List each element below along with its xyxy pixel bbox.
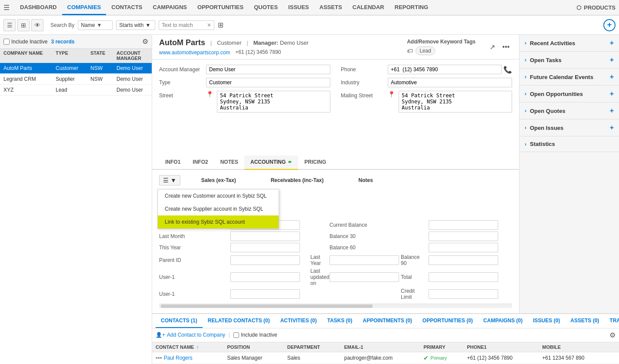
tab-pricing[interactable]: PRICING <box>298 156 332 170</box>
nav-contacts[interactable]: CONTACTS <box>106 0 147 15</box>
bottom-tab-contacts[interactable]: CONTACTS (1) <box>156 314 203 328</box>
include-inactive-input[interactable] <box>3 39 10 45</box>
bottom-tab-activities[interactable]: ACTIVITIES (0) <box>275 314 322 328</box>
nav-opportunities[interactable]: OPPORTUNITIES <box>192 0 249 15</box>
horizontal-scrollbar[interactable] <box>159 304 512 308</box>
tab-info2[interactable]: INFO2 <box>186 156 214 170</box>
street-input[interactable]: 54 Patrick Street Sydney, NSW 2135 Austr… <box>217 91 330 113</box>
sidebar-open-tasks[interactable]: › Open Tasks + <box>519 52 619 69</box>
company-list: AutoM Parts Customer NSW Demo User Legra… <box>0 63 152 364</box>
include-inactive-checkbox[interactable]: Include Inactive <box>3 39 47 45</box>
products-button[interactable]: ⬡ PRODUCTS <box>576 4 616 11</box>
nav-companies[interactable]: COMPANIES <box>62 0 106 15</box>
sidebar-open-quotes[interactable]: › Open Quotes + <box>519 103 619 119</box>
bottom-tab-tasks[interactable]: TASKS (0) <box>322 314 358 328</box>
company-row[interactable]: XYZ Lead Demo User <box>0 85 152 96</box>
sort-icon[interactable]: ↑ <box>196 344 199 350</box>
nav-issues[interactable]: ISSUES <box>283 0 314 15</box>
bottom-tab-opportunities[interactable]: OPPORTUNITIES (0) <box>417 314 478 328</box>
sidebar-recent-activities[interactable]: › Recent Activities + <box>519 35 619 52</box>
total-input[interactable] <box>429 272 498 282</box>
sidebar-open-opportunities[interactable]: › Open Opportunities + <box>519 86 619 103</box>
bottom-toolbar: 👤+ Add Contact to Company | Include Inac… <box>152 328 619 342</box>
include-inactive-bottom-input[interactable] <box>233 332 239 338</box>
add-open-tasks-icon[interactable]: + <box>610 56 614 64</box>
link-sybiz-account-item[interactable]: Link to existing Sybiz SQL account <box>158 215 279 228</box>
create-customer-account-item[interactable]: Create new Customer account in Sybiz SQL <box>158 189 279 202</box>
sales-this-year-input[interactable] <box>230 243 300 252</box>
accounting-menu-button[interactable]: ☰ ▼ <box>159 175 180 185</box>
create-supplier-account-item[interactable]: Create new Supplier account in Sybiz SQL <box>158 202 279 215</box>
balance-60-input[interactable] <box>429 243 498 252</box>
open-external-button[interactable]: ↗ <box>486 41 498 53</box>
clear-button[interactable]: ✕ <box>207 22 211 28</box>
sidebar-open-issues[interactable]: › Open Issues + <box>519 119 619 136</box>
sales-last-month-input[interactable] <box>230 232 300 241</box>
phone-input[interactable] <box>388 65 502 74</box>
filter-icon[interactable]: ⊞ <box>218 21 223 29</box>
sidebar-future-calendar[interactable]: › Future Calendar Events + <box>519 69 619 86</box>
main-layout: Include Inactive 3 records ⚙ COMPANY NAM… <box>0 35 619 364</box>
condition-arrow: ▼ <box>145 22 150 28</box>
bottom-tab-issues[interactable]: ISSUES (0) <box>528 314 565 328</box>
street-location-icon[interactable]: 📍 <box>206 91 213 98</box>
balance-90-input[interactable] <box>429 255 498 265</box>
contact-name-link[interactable]: Paul Rogers <box>164 355 193 361</box>
eye-icon[interactable]: 👁 <box>31 19 43 31</box>
last-year-input[interactable] <box>329 255 399 265</box>
nav-dashboard[interactable]: DASHBOARD <box>15 0 62 15</box>
bottom-tab-appointments[interactable]: APPOINTMENTS (0) <box>357 314 417 328</box>
nav-calendar[interactable]: CALENDAR <box>347 0 389 15</box>
sidebar-item-label: Open Issues <box>530 125 563 131</box>
company-row[interactable]: AutoM Parts Customer NSW Demo User <box>0 63 152 74</box>
search-condition-dropdown[interactable]: Starts with ▼ <box>116 20 155 30</box>
type-input[interactable] <box>206 78 330 87</box>
industry-input[interactable] <box>388 78 512 87</box>
user1-b-input[interactable] <box>230 289 300 299</box>
account-manager-row: Account Manager <box>159 65 330 74</box>
phone-row: Phone 📞 <box>341 65 512 74</box>
nav-quotes[interactable]: QUOTES <box>249 0 283 15</box>
add-record-button[interactable]: + <box>603 19 616 31</box>
more-actions-button[interactable]: ••• <box>500 41 512 53</box>
add-contact-button[interactable]: 👤+ Add Contact to Company <box>156 332 225 338</box>
add-issue-icon[interactable]: + <box>610 124 614 132</box>
company-row[interactable]: Legrand CRM Supplier NSW Demo User <box>0 74 152 85</box>
parent-id-input[interactable] <box>230 255 300 265</box>
tab-notes[interactable]: NOTES <box>214 156 244 170</box>
bottom-tab-assets[interactable]: ASSETS (0) <box>565 314 604 328</box>
nav-reporting[interactable]: REPORTING <box>389 0 433 15</box>
add-recent-activities-icon[interactable]: + <box>610 39 614 47</box>
sidebar-statistics[interactable]: › Statistics <box>519 136 619 152</box>
bottom-tab-related-contacts[interactable]: RELATED CONTACTS (0) <box>203 314 275 328</box>
nav-assets[interactable]: ASSETS <box>314 0 347 15</box>
menu-icon[interactable]: ☰ <box>3 3 10 12</box>
nav-campaigns[interactable]: CAMPAIGNS <box>148 0 192 15</box>
account-manager-input[interactable] <box>206 65 330 74</box>
bottom-settings-icon[interactable]: ⚙ <box>609 331 616 339</box>
mailing-street-input[interactable]: 54 Patrick Street Sydney, NSW 2135 Austr… <box>399 91 512 113</box>
panel-settings-icon[interactable]: ⚙ <box>142 37 148 46</box>
mailing-location-icon[interactable]: 📍 <box>388 91 395 98</box>
add-quote-icon[interactable]: + <box>610 107 614 115</box>
list-view-icon[interactable]: ☰ <box>3 19 16 31</box>
last-updated-input[interactable] <box>329 272 399 282</box>
tab-info1[interactable]: INFO1 <box>159 156 186 170</box>
company-url[interactable]: www.automotivepartscorp.com <box>159 50 230 56</box>
grid-view-icon[interactable]: ⊞ <box>17 19 30 31</box>
phone-call-icon[interactable]: 📞 <box>503 66 512 74</box>
add-calendar-event-icon[interactable]: + <box>610 73 614 81</box>
balance-30-input[interactable] <box>429 232 498 241</box>
search-by-dropdown[interactable]: Name ▼ <box>78 20 113 30</box>
current-balance-input[interactable] <box>429 220 498 230</box>
user1-b-label: User-1 <box>159 291 229 297</box>
search-input[interactable] <box>162 22 205 28</box>
keyword-tag-lead[interactable]: Lead <box>416 46 435 55</box>
bottom-tab-transactions[interactable]: TRANSACTIONS <box>604 314 619 328</box>
add-opportunity-icon[interactable]: + <box>610 90 614 98</box>
row-context-menu[interactable]: ••• <box>156 354 162 361</box>
bottom-tab-campaigns[interactable]: CAMPAIGNS (0) <box>478 314 528 328</box>
user1-a-input[interactable] <box>230 272 300 282</box>
credit-limit-input[interactable] <box>429 289 498 299</box>
tab-accounting[interactable]: ACCOUNTING ⚭ <box>244 156 298 170</box>
